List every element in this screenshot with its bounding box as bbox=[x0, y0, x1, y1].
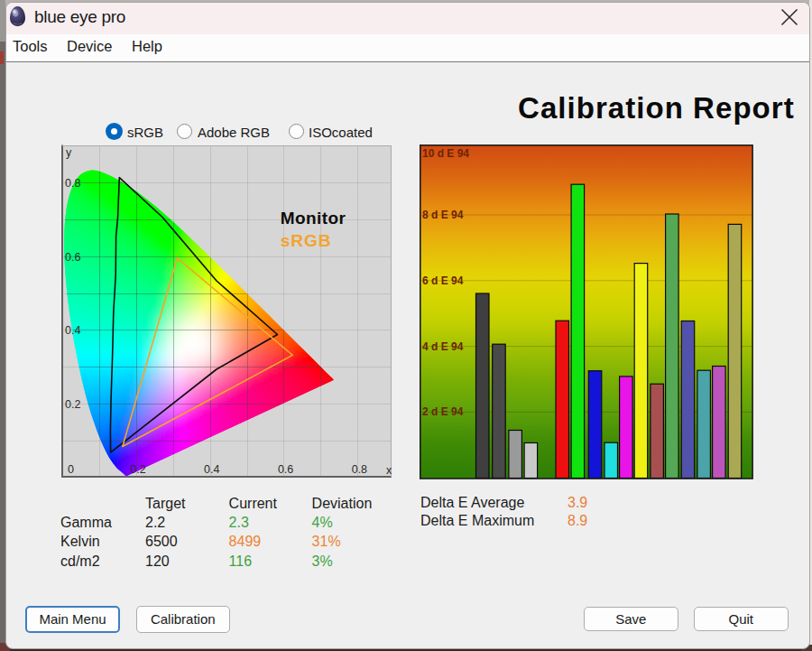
svg-text:y: y bbox=[66, 146, 72, 159]
svg-text:Monitor: Monitor bbox=[281, 209, 346, 228]
svg-text:0.6: 0.6 bbox=[65, 251, 80, 264]
svg-text:0.2: 0.2 bbox=[65, 398, 80, 411]
svg-text:0.6: 0.6 bbox=[278, 463, 293, 476]
svg-text:0.8: 0.8 bbox=[352, 463, 367, 476]
svg-text:8 d E 94: 8 d E 94 bbox=[422, 209, 464, 221]
svg-text:10 d E 94: 10 d E 94 bbox=[422, 147, 469, 160]
svg-text:0.8: 0.8 bbox=[65, 177, 80, 190]
svg-text:0.4: 0.4 bbox=[204, 463, 219, 476]
svg-text:0.4: 0.4 bbox=[65, 324, 80, 337]
svg-text:sRGB: sRGB bbox=[281, 231, 332, 250]
svg-text:2 d E 94: 2 d E 94 bbox=[422, 405, 464, 418]
svg-text:x: x bbox=[386, 464, 392, 477]
svg-text:4 d E 94: 4 d E 94 bbox=[422, 340, 464, 353]
svg-text:6 d E 94: 6 d E 94 bbox=[422, 274, 464, 287]
svg-text:0.2: 0.2 bbox=[130, 463, 145, 476]
svg-text:0: 0 bbox=[68, 463, 74, 476]
